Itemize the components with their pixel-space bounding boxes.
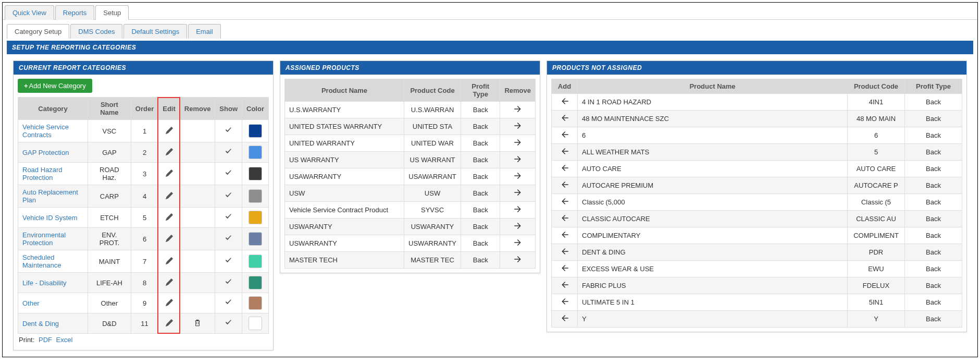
col-order: Order xyxy=(131,98,158,120)
pencil-icon[interactable] xyxy=(166,257,173,264)
assigned-profit: Back xyxy=(461,135,500,152)
trash-icon[interactable] xyxy=(194,319,201,326)
add-category-button[interactable]: + Add New Category xyxy=(18,79,92,93)
arrow-left-icon[interactable] xyxy=(561,197,569,205)
remove-cell xyxy=(180,250,215,273)
arrow-left-icon[interactable] xyxy=(561,247,569,256)
arrow-left-icon[interactable] xyxy=(561,297,569,306)
category-link[interactable]: Environmental Protection xyxy=(22,231,66,247)
category-order: 7 xyxy=(131,250,158,273)
color-cell xyxy=(242,293,269,313)
pencil-icon[interactable] xyxy=(166,213,173,221)
arrow-right-icon[interactable] xyxy=(514,105,522,113)
arrow-right-icon[interactable] xyxy=(514,172,522,180)
assigned-code: USW xyxy=(404,185,461,202)
arrow-right-icon[interactable] xyxy=(514,222,522,230)
check-icon xyxy=(225,234,232,242)
unassigned-code: AUTOCARE P xyxy=(848,177,905,194)
arrow-right-icon[interactable] xyxy=(514,155,522,163)
category-row: Scheduled MaintenanceMAINT7 xyxy=(18,250,269,273)
unassigned-name: ALL WEATHER MATS xyxy=(578,144,848,161)
unassigned-name: Classic (5,000 xyxy=(578,194,848,211)
unassigned-row: YYBack xyxy=(552,311,962,328)
category-row: Dent & DingD&D11 xyxy=(18,313,269,334)
pencil-icon[interactable] xyxy=(166,192,173,199)
arrow-left-icon[interactable] xyxy=(561,180,569,189)
arrow-left-icon[interactable] xyxy=(561,264,569,272)
category-order: 9 xyxy=(131,293,158,313)
assigned-row: Vehicle Service Contract ProductSYVSCBac… xyxy=(285,202,536,219)
unassigned-row: DENT & DINGPDRBack xyxy=(552,244,962,261)
arrow-left-icon[interactable] xyxy=(561,231,569,239)
category-link[interactable]: Road Hazard Protection xyxy=(22,166,63,182)
arrow-left-icon[interactable] xyxy=(561,164,569,172)
arrow-right-icon[interactable] xyxy=(514,122,522,130)
top-tab-setup[interactable]: Setup xyxy=(95,5,129,20)
unassigned-name: ULTIMATE 5 IN 1 xyxy=(578,294,848,311)
arrow-right-icon[interactable] xyxy=(514,238,522,247)
category-order: 3 xyxy=(131,163,158,185)
top-tab-reports[interactable]: Reports xyxy=(55,5,95,20)
category-short: D&D xyxy=(88,313,131,334)
pencil-icon[interactable] xyxy=(166,299,173,306)
arrow-left-icon[interactable] xyxy=(561,114,569,122)
unassigned-profit: Back xyxy=(905,227,962,244)
col-category: Category xyxy=(18,98,88,120)
categories-panel-title: CURRENT REPORT CATEGORIES xyxy=(14,61,273,75)
pencil-icon[interactable] xyxy=(166,319,173,326)
unassigned-name: 4 IN 1 ROAD HAZARD xyxy=(578,94,848,111)
arrow-right-icon[interactable] xyxy=(514,205,522,213)
arrow-left-icon[interactable] xyxy=(561,314,569,322)
category-link[interactable]: Other xyxy=(22,299,40,307)
arrow-left-icon[interactable] xyxy=(561,214,569,222)
remove-cell xyxy=(180,142,215,163)
unassigned-profit: Back xyxy=(905,311,962,328)
arrow-left-icon[interactable] xyxy=(561,147,569,155)
check-icon xyxy=(225,278,232,286)
col-product-name: Product Name xyxy=(285,79,404,102)
sub-tab-email[interactable]: Email xyxy=(188,24,221,39)
category-link[interactable]: Scheduled Maintenance xyxy=(22,253,61,269)
color-cell xyxy=(242,208,269,228)
assigned-profit: Back xyxy=(461,152,500,168)
print-pdf-link[interactable]: PDF xyxy=(39,336,52,344)
category-link[interactable]: Life - Disability xyxy=(22,279,67,287)
top-tab-quick-view[interactable]: Quick View xyxy=(5,5,54,20)
sub-tab-dms-codes[interactable]: DMS Codes xyxy=(70,24,122,39)
col-product-code: Product Code xyxy=(848,79,905,94)
sub-tab-default-settings[interactable]: Default Settings xyxy=(123,24,187,39)
sub-tab-category-setup[interactable]: Category Setup xyxy=(7,24,69,39)
category-link[interactable]: GAP Protection xyxy=(22,149,69,156)
assigned-row: MASTER TECHMASTER TECBack xyxy=(285,252,536,269)
arrow-left-icon[interactable] xyxy=(561,97,569,105)
arrow-left-icon[interactable] xyxy=(561,130,569,139)
category-link[interactable]: Dent & Ding xyxy=(22,320,59,328)
unassigned-name: FABRIC PLUS xyxy=(578,277,848,294)
check-icon xyxy=(225,191,232,199)
unassigned-code: 5 xyxy=(848,144,905,161)
pencil-icon[interactable] xyxy=(166,235,173,242)
unassigned-name: AUTOCARE PREMIUM xyxy=(578,177,848,194)
unassigned-row: Classic (5,000Classic (5Back xyxy=(552,194,962,211)
unassigned-name: EXCESS WEAR & USE xyxy=(578,261,848,277)
pencil-icon[interactable] xyxy=(166,127,173,134)
arrow-right-icon[interactable] xyxy=(514,188,522,197)
show-cell xyxy=(215,293,242,313)
arrow-left-icon[interactable] xyxy=(561,281,569,289)
assigned-name: UNITED WARRANTY xyxy=(285,135,404,152)
category-link[interactable]: Vehicle ID System xyxy=(22,214,78,222)
print-excel-link[interactable]: Excel xyxy=(56,336,73,344)
pencil-icon[interactable] xyxy=(166,148,173,155)
category-row: Vehicle Service ContractsVSC1 xyxy=(18,120,269,142)
unassigned-row: 4 IN 1 ROAD HAZARD4IN1Back xyxy=(552,94,962,111)
category-link[interactable]: Auto Replacement Plan xyxy=(22,188,78,204)
pencil-icon[interactable] xyxy=(166,279,173,286)
pencil-icon[interactable] xyxy=(166,170,173,177)
assigned-name: UNITED STATES WARRANTY xyxy=(285,118,404,135)
unassigned-row: AUTOCARE PREMIUMAUTOCARE PBack xyxy=(552,177,962,194)
arrow-right-icon[interactable] xyxy=(514,138,522,147)
arrow-right-icon[interactable] xyxy=(514,255,522,263)
category-link[interactable]: Vehicle Service Contracts xyxy=(22,123,69,139)
unassigned-row: EXCESS WEAR & USEEWUBack xyxy=(552,261,962,277)
unassigned-panel: PRODUCTS NOT ASSIGNED Add Product Name P… xyxy=(547,60,967,332)
